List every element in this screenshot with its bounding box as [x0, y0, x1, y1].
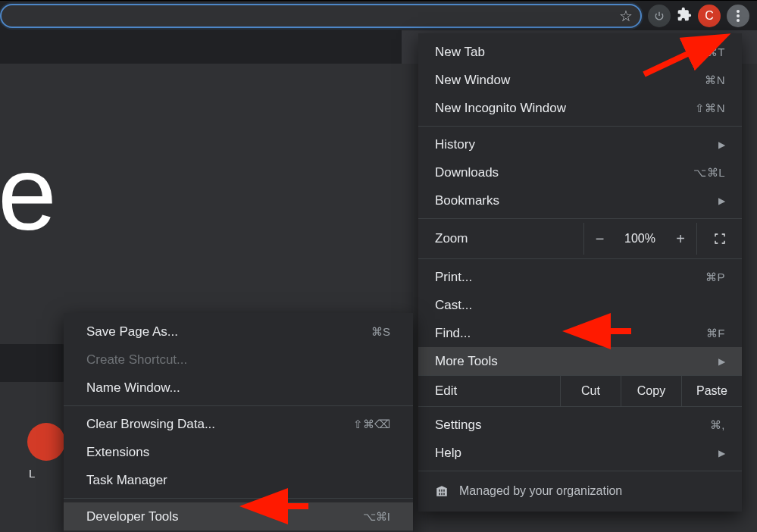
label: Settings	[435, 418, 481, 433]
shortcut: ⇧⌘N	[695, 102, 725, 115]
shortcut: ⌥⌘I	[363, 510, 390, 524]
more-menu-button[interactable]	[727, 5, 749, 27]
shortcut: ⌘N	[705, 74, 725, 87]
menu-edit-row: Edit Cut Copy Paste	[418, 375, 742, 407]
svg-point-1	[737, 14, 740, 17]
zoom-in-button[interactable]: +	[665, 223, 696, 255]
fullscreen-button[interactable]	[696, 223, 742, 255]
menu-settings[interactable]: Settings ⌘,	[418, 411, 742, 439]
label: Clear Browsing Data...	[86, 417, 215, 432]
submenu-task-manager[interactable]: Task Manager	[64, 466, 413, 494]
cut-button[interactable]: Cut	[560, 376, 621, 406]
chevron-right-icon: ▶	[718, 139, 725, 150]
power-icon[interactable]	[648, 5, 671, 27]
shortcut: ⌘T	[706, 45, 725, 59]
label: Print...	[435, 270, 472, 285]
label: Name Window...	[86, 380, 180, 396]
submenu-developer-tools[interactable]: Developer Tools ⌥⌘I	[64, 502, 413, 530]
menu-find[interactable]: Find... ⌘F	[418, 319, 742, 347]
submenu-clear-browsing[interactable]: Clear Browsing Data... ⇧⌘⌫	[64, 410, 413, 438]
shortcut: ⌘,	[710, 418, 725, 432]
svg-point-2	[737, 19, 740, 22]
label: Managed by your organization	[459, 484, 622, 498]
address-bar[interactable]: ☆	[0, 4, 642, 28]
separator	[418, 218, 742, 219]
browser-toolbar: ☆ C	[0, 0, 757, 30]
submenu-save-page[interactable]: Save Page As... ⌘S	[64, 318, 413, 346]
label: Task Manager	[86, 473, 167, 488]
label: More Tools	[435, 354, 498, 369]
shortcut-label: L	[29, 467, 35, 480]
chevron-right-icon: ▶	[718, 356, 725, 367]
menu-downloads[interactable]: Downloads ⌥⌘L	[418, 158, 742, 186]
chrome-menu: New Tab ⌘T New Window ⌘N New Incognito W…	[418, 33, 742, 512]
more-tools-submenu: Save Page As... ⌘S Create Shortcut... Na…	[64, 313, 413, 532]
menu-more-tools[interactable]: More Tools ▶	[418, 347, 742, 375]
label: New Tab	[435, 45, 485, 60]
submenu-name-window[interactable]: Name Window...	[64, 374, 413, 402]
bookmark-star-icon[interactable]: ☆	[619, 7, 633, 25]
label: Developer Tools	[86, 509, 179, 524]
menu-bookmarks[interactable]: Bookmarks ▶	[418, 186, 742, 214]
copy-button[interactable]: Copy	[621, 376, 681, 406]
separator	[64, 498, 413, 499]
label: Cast...	[435, 298, 472, 313]
chevron-right-icon: ▶	[718, 448, 725, 458]
profile-avatar[interactable]: C	[698, 5, 721, 27]
shortcut: ⌘S	[371, 325, 390, 339]
shortcut: ⌘P	[705, 271, 725, 284]
submenu-create-shortcut: Create Shortcut...	[64, 346, 413, 374]
zoom-value: 100%	[615, 232, 665, 246]
menu-new-tab[interactable]: New Tab ⌘T	[418, 38, 742, 66]
separator	[418, 126, 742, 127]
label: Help	[435, 446, 461, 461]
menu-history[interactable]: History ▶	[418, 130, 742, 158]
label: Bookmarks	[435, 193, 499, 208]
label: Edit	[418, 376, 560, 406]
extensions-puzzle-icon[interactable]	[677, 7, 692, 25]
menu-print[interactable]: Print... ⌘P	[418, 263, 742, 291]
label: Create Shortcut...	[86, 352, 187, 368]
menu-help[interactable]: Help ▶	[418, 439, 742, 467]
google-logo: gle	[0, 132, 51, 255]
shortcut: ⌘F	[706, 327, 725, 340]
chevron-right-icon: ▶	[718, 196, 725, 206]
label: Zoom	[418, 231, 583, 246]
menu-incognito[interactable]: New Incognito Window ⇧⌘N	[418, 94, 742, 122]
shortcut: ⇧⌘⌫	[353, 418, 390, 431]
menu-cast[interactable]: Cast...	[418, 291, 742, 319]
separator	[64, 405, 413, 406]
label: New Window	[435, 73, 510, 88]
building-icon	[435, 484, 449, 498]
label: History	[435, 137, 475, 152]
shortcut: ⌥⌘L	[693, 166, 725, 180]
paste-button[interactable]: Paste	[681, 376, 742, 406]
label: Extensions	[86, 445, 149, 460]
svg-point-0	[737, 10, 740, 13]
label: New Incognito Window	[435, 101, 566, 116]
menu-new-window[interactable]: New Window ⌘N	[418, 66, 742, 94]
menu-managed[interactable]: Managed by your organization	[418, 475, 742, 507]
shortcut-tile[interactable]	[27, 423, 65, 461]
label: Downloads	[435, 165, 499, 180]
separator	[418, 471, 742, 471]
label: Save Page As...	[86, 324, 178, 340]
active-tab[interactable]	[0, 30, 402, 64]
submenu-extensions[interactable]: Extensions	[64, 438, 413, 466]
label: Find...	[435, 326, 471, 341]
menu-zoom: Zoom − 100% +	[418, 223, 742, 255]
separator	[418, 258, 742, 259]
zoom-out-button[interactable]: −	[583, 223, 615, 255]
